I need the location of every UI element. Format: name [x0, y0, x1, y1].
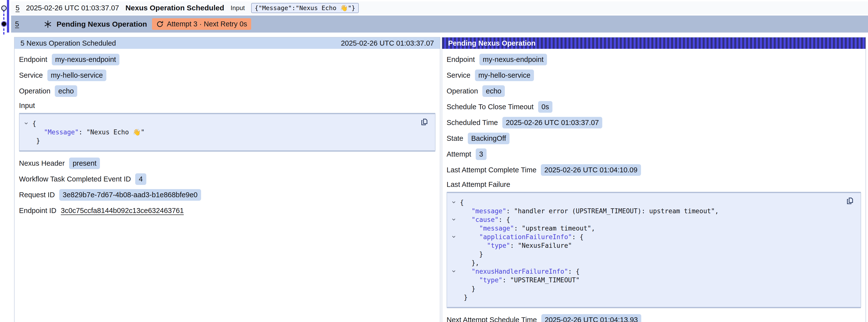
field-row: Endpoint my-nexus-endpoint [19, 54, 435, 65]
next-attempt-row: Next Attempt Schedule Time 2025-02-26 UT… [446, 314, 861, 322]
field-label: State [446, 134, 463, 142]
next-attempt-value-badge: 2025-02-26 UTC 01:04:13.93 [541, 314, 641, 322]
field-value-badge: echo [483, 85, 505, 97]
pending-operation-row[interactable]: 5 Pending Nexus Operation Attempt 3 · Ne… [11, 15, 868, 33]
endpoint-id-row: Endpoint ID 3c0c75ccfa8144b092c13ce63246… [19, 205, 435, 216]
event-input-chip: {"Message":"Nexus Echo 👋"} [251, 3, 359, 13]
field-row: Request ID 3e829b7e-7d67-4b08-aad3-b1e86… [19, 189, 435, 201]
code-line-text: } [460, 285, 475, 292]
endpoint-id-link[interactable]: 3c0c75ccfa8144b092c13ce632463761 [61, 206, 184, 215]
field-row: Operation echo [446, 85, 861, 97]
pending-operation-panel: Pending Nexus Operation Endpoint my-nexu… [442, 37, 866, 322]
retry-badge: Attempt 3 · Next Retry 0s [152, 18, 251, 30]
event-summary-row[interactable]: 5 2025-02-26 UTC 01:03:37.07 Nexus Opera… [11, 1, 868, 14]
chevron-down-icon[interactable] [451, 235, 460, 238]
field-row: Service my-hello-service [19, 69, 435, 81]
field-value-badge: my-nexus-endpoint [52, 54, 120, 65]
chevron-down-icon[interactable] [451, 218, 460, 221]
code-line-text: "cause": { [460, 216, 510, 223]
field-value-badge: 3 [476, 149, 487, 160]
code-line-text: { [32, 120, 36, 127]
field-value-badge: 2025-02-26 UTC 01:04:10.09 [541, 164, 641, 176]
code-line-text: } [460, 251, 483, 258]
field-row: Scheduled Time 2025-02-26 UTC 01:03:37.0… [446, 117, 861, 128]
field-row: Last Attempt Complete Time 2025-02-26 UT… [446, 164, 861, 176]
pending-panel-header: Pending Nexus Operation [442, 37, 866, 49]
pending-title: Pending Nexus Operation [57, 20, 147, 28]
field-label: Operation [19, 87, 50, 95]
failure-section-label: Last Attempt Failure [446, 180, 861, 189]
pending-id-link[interactable]: 5 [15, 20, 19, 28]
failure-code-block: { "message": "handler error (UPSTREAM_TI… [446, 192, 861, 308]
field-value-badge: 2025-02-26 UTC 01:03:37.07 [502, 117, 602, 128]
field-label: Scheduled Time [446, 119, 498, 127]
code-line-text: "type": "UPSTREAM_TIMEOUT" [460, 277, 580, 284]
field-value-badge: 0s [538, 101, 553, 113]
field-label: Service [446, 71, 470, 79]
circular-arrow-icon [156, 21, 163, 28]
code-line-text: "message": "handler error (UPSTREAM_TIME… [460, 207, 719, 215]
field-row: Schedule To Close Timeout 0s [446, 101, 861, 113]
event-detail-panel: 5 Nexus Operation Scheduled 2025-02-26 U… [14, 37, 440, 322]
field-value-badge: my-nexus-endpoint [479, 54, 547, 65]
endpoint-id-label: Endpoint ID [19, 206, 57, 215]
field-label: Endpoint [446, 56, 475, 64]
field-value-badge: my-hello-service [475, 69, 534, 81]
field-row: Nexus Header present [19, 158, 435, 169]
code-line-text: } [32, 137, 40, 144]
field-label: Request ID [19, 191, 55, 199]
field-value-badge: 3e829b7e-7d67-4b08-aad3-b1e868bfe9e0 [59, 189, 201, 201]
timeline-marker-filled-icon [1, 21, 7, 27]
retry-badge-label: Attempt 3 · Next Retry 0s [167, 20, 247, 28]
field-label: Last Attempt Complete Time [446, 166, 536, 174]
field-label: Workflow Task Completed Event ID [19, 175, 131, 183]
event-timestamp: 2025-02-26 UTC 01:03:37.07 [26, 4, 119, 12]
field-label: Attempt [446, 150, 471, 158]
event-panel-title: 5 Nexus Operation Scheduled [21, 39, 116, 47]
code-line-text: "Message": "Nexus Echo 👋" [32, 128, 145, 136]
code-line-text: "type": "NexusFailure" [460, 242, 572, 249]
field-row: Endpoint my-nexus-endpoint [446, 54, 861, 65]
field-label: Nexus Header [19, 159, 65, 167]
event-title: Nexus Operation Scheduled [125, 4, 224, 12]
asterisk-icon [44, 20, 53, 29]
chevron-down-icon[interactable] [23, 122, 32, 125]
code-line-text: "message": "upstream timeout", [460, 225, 595, 232]
field-label: Schedule To Close Timeout [446, 103, 534, 111]
input-section-label: Input [19, 101, 435, 110]
chevron-down-icon[interactable] [451, 270, 460, 273]
code-line-text: { [460, 199, 464, 206]
next-attempt-label: Next Attempt Schedule Time [446, 316, 537, 322]
field-value-badge: my-hello-service [48, 69, 106, 81]
code-line-text: "applicationFailureInfo": { [460, 233, 584, 240]
event-panel-timestamp: 2025-02-26 UTC 01:03:37.07 [341, 39, 434, 47]
event-panel-header: 5 Nexus Operation Scheduled 2025-02-26 U… [14, 37, 440, 49]
field-row: Operation echo [19, 85, 435, 97]
pending-panel-title: Pending Nexus Operation [448, 39, 536, 47]
field-row: Service my-hello-service [446, 69, 861, 81]
field-row: State BackingOff [446, 133, 861, 144]
field-value-badge: present [69, 158, 100, 169]
copy-icon[interactable] [845, 196, 855, 206]
field-label: Service [19, 71, 43, 79]
timeline-rail [7, 0, 9, 33]
timeline-marker-open-icon [1, 5, 7, 11]
field-label: Endpoint [19, 56, 48, 64]
copy-icon[interactable] [420, 118, 429, 127]
code-line-text: } [460, 294, 468, 301]
field-row: Workflow Task Completed Event ID 4 [19, 173, 435, 185]
chevron-down-icon[interactable] [451, 201, 460, 204]
field-value-badge: 4 [135, 173, 146, 185]
field-value-badge: BackingOff [468, 133, 509, 144]
input-code-block: { "Message": "Nexus Echo 👋" } [19, 113, 435, 152]
code-line-text: }, [460, 259, 479, 266]
field-label: Operation [446, 87, 478, 95]
field-row: Attempt 3 [446, 149, 861, 160]
field-value-badge: echo [55, 85, 77, 97]
event-id-link[interactable]: 5 [16, 4, 20, 12]
event-input-label: Input [231, 4, 245, 12]
code-line-text: "nexusHandlerFailureInfo": { [460, 268, 580, 275]
